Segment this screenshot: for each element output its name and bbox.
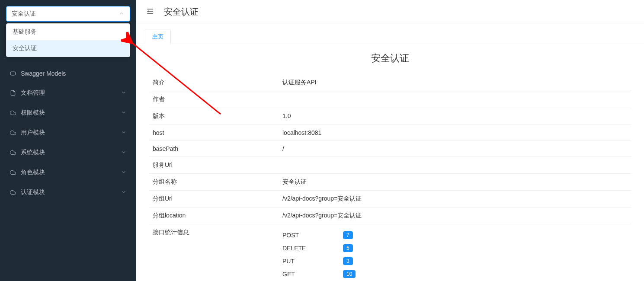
info-value: localhost:8081 [279, 125, 631, 140]
group-select-dropdown: 基础服务 安全认证 [6, 23, 130, 57]
chevron-down-icon [121, 89, 127, 97]
info-value: /v2/api-docs?group=安全认证 [279, 191, 631, 207]
main-panel: 安全认证 简介 认证服务API 作者 版本 1.0 host localhost… [136, 44, 644, 281]
info-value: 认证服务API [279, 74, 631, 91]
group-select-value: 安全认证 [12, 10, 119, 18]
sidebar-item-label: Swagger Models [21, 70, 127, 77]
chevron-down-icon [121, 189, 127, 196]
info-row-serviceurl: 服务Url [149, 157, 631, 174]
info-label: host [149, 125, 279, 140]
stat-row-get: GET 10 [282, 268, 628, 281]
info-label: 版本 [149, 108, 279, 125]
info-value [279, 91, 631, 108]
group-select[interactable]: 安全认证 [6, 6, 130, 22]
cloud-icon [10, 169, 16, 176]
info-row-intro: 简介 认证服务API [149, 74, 631, 91]
sidebar-item-label: 认证模块 [21, 188, 121, 196]
sidebar-item-system[interactable]: 系统模块 [0, 143, 136, 163]
topbar: 安全认证 [136, 0, 644, 24]
cloud-icon [10, 189, 16, 196]
info-value: 安全认证 [279, 174, 631, 190]
stat-badge: 7 [343, 231, 353, 239]
stat-name: DELETE [282, 245, 343, 252]
dropdown-option-0[interactable]: 基础服务 [6, 24, 130, 40]
stat-name: GET [282, 271, 343, 278]
info-label: 简介 [149, 74, 279, 91]
sidebar-item-label: 用户模块 [21, 129, 121, 137]
cloud-icon [10, 149, 16, 156]
stat-row-delete: DELETE 5 [282, 242, 628, 255]
info-row-version: 版本 1.0 [149, 108, 631, 125]
info-row-groupname: 分组名称 安全认证 [149, 174, 631, 191]
content-area: 安全认证 主页 安全认证 简介 认证服务API 作者 版本 1.0 [136, 0, 644, 281]
sidebar-item-label: 权限模块 [21, 109, 121, 117]
stat-name: POST [282, 232, 343, 239]
sidebar-item-user[interactable]: 用户模块 [0, 123, 136, 143]
stat-badge: 5 [343, 244, 353, 252]
sidebar-item-permission[interactable]: 权限模块 [0, 103, 136, 123]
tab-home[interactable]: 主页 [145, 29, 171, 44]
tabs: 主页 [136, 24, 644, 44]
info-table: 简介 认证服务API 作者 版本 1.0 host localhost:8081… [149, 74, 631, 281]
info-label: 分组location [149, 208, 279, 224]
info-value: /v2/api-docs?group=安全认证 [279, 208, 631, 224]
chevron-up-icon [119, 10, 125, 18]
sidebar-item-doc-manage[interactable]: 文档管理 [0, 83, 136, 103]
sidebar-item-label: 角色模块 [21, 169, 121, 176]
models-icon [10, 70, 16, 77]
sidebar-item-role[interactable]: 角色模块 [0, 163, 136, 182]
info-label: 分组名称 [149, 174, 279, 190]
menu-collapse-icon[interactable] [146, 7, 154, 17]
info-row-stats: 接口统计信息 POST 7 DELETE 5 PUT 3 [149, 224, 631, 281]
sidebar-item-auth[interactable]: 认证模块 [0, 182, 136, 202]
cloud-icon [10, 129, 16, 136]
stat-name: PUT [282, 258, 343, 265]
info-row-host: host localhost:8081 [149, 125, 631, 141]
info-value [279, 157, 631, 173]
stat-badge: 3 [343, 257, 353, 265]
doc-icon [10, 89, 16, 96]
main-title: 安全认证 [149, 52, 631, 65]
info-label: 接口统计信息 [149, 224, 279, 281]
stat-row-put: PUT 3 [282, 255, 628, 268]
svg-marker-0 [10, 71, 16, 76]
info-label: 分组Url [149, 191, 279, 207]
info-row-author: 作者 [149, 91, 631, 108]
chevron-down-icon [121, 169, 127, 176]
chevron-down-icon [121, 129, 127, 137]
stats-list: POST 7 DELETE 5 PUT 3 GET [279, 224, 631, 281]
info-label: 作者 [149, 91, 279, 108]
cloud-icon [10, 109, 16, 116]
stat-row-post: POST 7 [282, 229, 628, 242]
sidebar: 安全认证 基础服务 安全认证 Swagger Models [0, 0, 136, 281]
info-label: basePath [149, 141, 279, 156]
chevron-down-icon [121, 149, 127, 156]
info-row-groupurl: 分组Url /v2/api-docs?group=安全认证 [149, 191, 631, 208]
info-row-basepath: basePath / [149, 141, 631, 157]
info-row-grouplocation: 分组location /v2/api-docs?group=安全认证 [149, 208, 631, 224]
sidebar-item-label: 文档管理 [21, 89, 121, 97]
chevron-down-icon [121, 109, 127, 117]
info-value: 1.0 [279, 108, 631, 125]
sidebar-item-swagger-models[interactable]: Swagger Models [0, 64, 136, 83]
page-title: 安全认证 [164, 6, 199, 18]
dropdown-option-1[interactable]: 安全认证 [6, 40, 130, 57]
sidebar-menu: Swagger Models 文档管理 权限模块 [0, 64, 136, 202]
sidebar-item-label: 系统模块 [21, 149, 121, 156]
info-value: / [279, 141, 631, 156]
info-label: 服务Url [149, 157, 279, 173]
stat-badge: 10 [343, 270, 356, 278]
